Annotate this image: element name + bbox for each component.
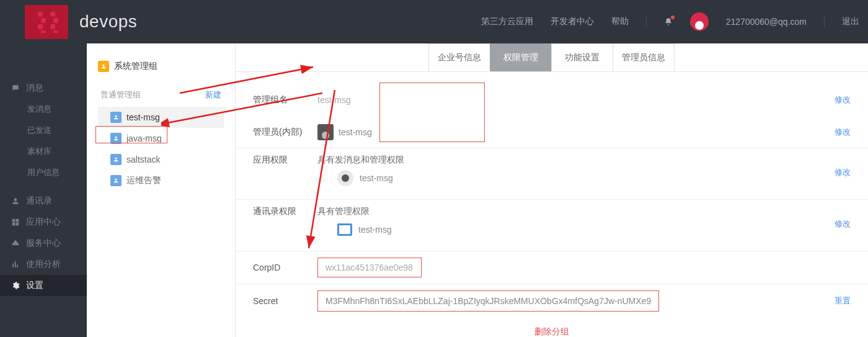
nav-user-info[interactable]: 用户信息 — [0, 162, 87, 183]
group-item-label: test-msg — [126, 112, 160, 122]
nav-label: 设置 — [26, 280, 43, 291]
person-icon — [110, 154, 122, 165]
top-links: 第三方云应用 开发者中心 帮助 212700060@qq.com 退出 — [481, 12, 868, 31]
person-icon — [110, 112, 122, 123]
reset-link[interactable]: 重置 — [835, 295, 851, 307]
tab-enterprise-info[interactable]: 企业号信息 — [428, 43, 490, 71]
app-name: test-msg — [360, 173, 393, 183]
app-title: devops — [79, 12, 137, 32]
system-group-header[interactable]: 系统管理组 — [98, 61, 224, 72]
app-icon — [337, 170, 353, 186]
nav-label: 通讯录 — [26, 195, 52, 207]
value-group-name: test-msg — [317, 95, 351, 105]
tab-admin-info[interactable]: 管理员信息 — [613, 43, 675, 71]
nav-service-center[interactable]: 服务中心 — [0, 233, 87, 254]
delete-group-link[interactable]: 删除分组 — [236, 326, 868, 337]
detail-content: 管理组名 test-msg 修改 管理员(内部) test-msg 修改 应用权… — [236, 72, 868, 337]
group-item[interactable]: saltstack — [98, 149, 224, 170]
separator — [824, 16, 825, 27]
link-help[interactable]: 帮助 — [611, 16, 629, 27]
row-secret: Secret M3FMhnFh8nTI6SxLAEbbLLZaj-1BpZIyq… — [236, 284, 868, 318]
nav-label: 素材库 — [27, 146, 51, 157]
main-panel: 企业号信息 权限管理 功能设置 管理员信息 管理组名 test-msg 修改 管… — [236, 43, 868, 337]
avatar[interactable] — [690, 12, 709, 31]
group-item[interactable]: java-msg — [98, 128, 224, 149]
nav-send-message[interactable]: 发消息 — [0, 99, 87, 120]
row-corpid: CorpID wx11ac451376ae0e98 — [236, 251, 868, 284]
contact-perm-desc: 具有管理权限 — [317, 206, 370, 217]
normal-group-header: 普通管理组 新建 — [98, 89, 224, 101]
nav-label: 已发送 — [27, 125, 51, 136]
nav-label: 发消息 — [27, 104, 51, 115]
create-group-link[interactable]: 新建 — [205, 89, 221, 101]
group-item-label: java-msg — [126, 133, 162, 143]
modify-link[interactable]: 修改 — [835, 127, 851, 138]
topbar: devops 第三方云应用 开发者中心 帮助 212700060@qq.com … — [0, 0, 868, 43]
modify-link[interactable]: 修改 — [835, 167, 851, 178]
nav-settings[interactable]: 设置 — [0, 275, 87, 296]
group-item[interactable]: 运维告警 — [98, 170, 224, 191]
label-secret: Secret — [253, 296, 317, 306]
nav-label: 用户信息 — [27, 167, 60, 178]
label-app-perm: 应用权限 — [253, 155, 317, 166]
admin-item: test-msg — [317, 124, 372, 140]
link-third-party[interactable]: 第三方云应用 — [481, 16, 533, 27]
nav-analytics[interactable]: 使用分析 — [0, 254, 87, 275]
person-icon — [98, 61, 109, 72]
normal-group-label: 普通管理组 — [100, 89, 141, 101]
nav-label: 消息 — [26, 83, 43, 94]
group-item[interactable]: test-msg — [98, 107, 224, 128]
admin-name: test-msg — [339, 127, 372, 137]
row-app-perm: 应用权限 具有发消息和管理权限 修改 test-msg — [236, 148, 868, 199]
label-corpid: CorpID — [253, 263, 317, 272]
label-group-name: 管理组名 — [253, 94, 317, 106]
nav-label: 使用分析 — [26, 259, 61, 270]
nav-material[interactable]: 素材库 — [0, 141, 87, 162]
logout-link[interactable]: 退出 — [842, 16, 859, 27]
logo-block: devops — [25, 5, 481, 39]
row-group-name: 管理组名 test-msg 修改 — [236, 83, 868, 115]
groups-panel: 系统管理组 普通管理组 新建 test-msg java-msg saltsta… — [87, 43, 236, 337]
user-email[interactable]: 212700060@qq.com — [726, 17, 807, 27]
contact-perm-item: test-msg — [358, 225, 392, 235]
tab-feature-settings[interactable]: 功能设置 — [551, 43, 613, 71]
modify-link[interactable]: 修改 — [835, 94, 851, 106]
logo-icon — [25, 5, 68, 39]
modify-link[interactable]: 修改 — [835, 218, 851, 230]
row-admin: 管理员(内部) test-msg 修改 — [236, 115, 868, 148]
app-perm-desc: 具有发消息和管理权限 — [317, 155, 404, 166]
nav-label: 服务中心 — [26, 238, 61, 249]
nav-label: 应用中心 — [26, 217, 61, 228]
bell-icon[interactable] — [664, 17, 673, 26]
group-item-label: 运维告警 — [126, 175, 161, 186]
nav-messages[interactable]: 消息 — [0, 78, 87, 99]
sidenav: 消息 发消息 已发送 素材库 用户信息 通讯录 应用中心 服务中心 使用分析 设… — [0, 43, 87, 337]
nav-app-center[interactable]: 应用中心 — [0, 212, 87, 233]
group-item-label: saltstack — [126, 155, 160, 164]
folder-icon — [337, 223, 352, 236]
link-dev-center[interactable]: 开发者中心 — [551, 16, 594, 27]
person-icon — [110, 133, 122, 144]
tabs: 企业号信息 权限管理 功能设置 管理员信息 — [236, 43, 868, 72]
value-secret: M3FMhnFh8nTI6SxLAEbbLLZaj-1BpZIyqkJRskeM… — [317, 290, 659, 312]
label-contact-perm: 通讯录权限 — [253, 206, 317, 217]
row-contact-perm: 通讯录权限 具有管理权限 修改 test-msg — [236, 199, 868, 251]
nav-contacts[interactable]: 通讯录 — [0, 191, 87, 212]
avatar-icon — [317, 124, 334, 140]
label-admin: 管理员(内部) — [253, 127, 317, 138]
person-icon — [110, 175, 122, 186]
value-corpid: wx11ac451376ae0e98 — [317, 258, 422, 277]
system-group-label: 系统管理组 — [114, 61, 157, 72]
nav-sent[interactable]: 已发送 — [0, 120, 87, 141]
tab-permission-manage[interactable]: 权限管理 — [490, 43, 552, 71]
separator — [646, 16, 647, 27]
